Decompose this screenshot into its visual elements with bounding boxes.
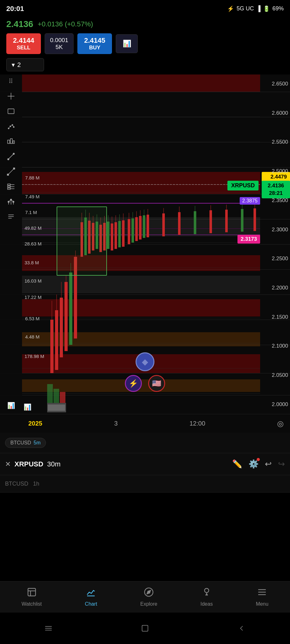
price-level-12: 2.0000 (262, 401, 288, 408)
tradingview-logo-button[interactable]: 📊 (116, 34, 138, 53)
ideas-icon (202, 587, 212, 599)
svg-rect-62 (60, 298, 63, 357)
active-timeframe-text: 30m (47, 460, 61, 468)
undo-button[interactable]: ↩ (265, 459, 272, 469)
battery-icon: 🔋 (263, 5, 270, 12)
vol-label-11: 178.98 M (25, 354, 44, 359)
svg-rect-55 (60, 392, 65, 403)
nav-menu-label: Menu (256, 601, 268, 607)
fibonacci-tool[interactable] (5, 181, 17, 192)
vol-label-5: 28.63 M (25, 241, 42, 246)
crosshair-tool[interactable] (5, 91, 17, 102)
price-level-7: 2.2500 (262, 256, 288, 262)
svg-rect-58 (50, 320, 53, 373)
svg-rect-56 (48, 405, 65, 411)
svg-rect-10 (8, 140, 10, 144)
fab-lightning-button[interactable]: ⚡ (125, 375, 142, 392)
watchlist-icon (27, 587, 37, 599)
vol-label-9: 6.53 M (25, 316, 40, 321)
network-label: 5G UC (237, 5, 254, 12)
nav-menu[interactable]: Menu (251, 585, 273, 609)
bottom-navigation: Watchlist Chart Explore Id (0, 581, 290, 613)
android-home-button[interactable] (136, 619, 154, 638)
flag-icon: 🇺🇸 (152, 379, 161, 388)
qty-label: 5K (55, 44, 63, 51)
svg-rect-118 (254, 208, 256, 231)
sell-button[interactable]: 2.4144 SELL (6, 33, 41, 54)
quantity-button[interactable]: 0.0001 5K (45, 33, 74, 54)
svg-line-29 (11, 200, 14, 202)
fab-main-button[interactable]: ◆ (136, 352, 154, 371)
filters-button[interactable]: ⚙️ (248, 459, 259, 469)
buy-price: 2.4145 (84, 36, 105, 45)
buy-label: BUY (89, 45, 100, 51)
price-level-11: 2.0500 (262, 372, 288, 378)
draw-tool-button[interactable]: ✏️ (232, 459, 242, 469)
android-nav-bar (0, 613, 290, 644)
line-tool[interactable] (5, 151, 17, 162)
svg-rect-20 (8, 186, 10, 187)
active-chart-row: ✕ XRPUSD 30m ✏️ ⚙️ ↩ ↪ (0, 453, 290, 475)
nav-watchlist-label: Watchlist (22, 601, 42, 607)
trading-controls: 2.4144 SELL 0.0001 5K 2.4145 BUY 📊 (0, 31, 290, 56)
badge-magenta-support: 2.3173 (237, 235, 260, 244)
status-bar: 20:01 ⚡ 5G UC ▐ 🔋 69% (0, 0, 290, 17)
vol-label-10: 4.48 M (25, 334, 40, 339)
svg-rect-17 (7, 174, 8, 175)
nav-explore[interactable]: Explore (135, 585, 162, 609)
tv-icon-tool[interactable]: 📊 (5, 400, 17, 411)
svg-line-15 (8, 154, 14, 159)
toolbar-drag-handle[interactable]: ⠿ (8, 78, 14, 85)
svg-line-28 (8, 200, 11, 202)
magenta-price: 2.3173 (241, 236, 257, 242)
current-price: 2.4136 (6, 19, 33, 29)
time-axis: 2025 3 12:00 ◎ (0, 414, 290, 433)
redo-button[interactable]: ↪ (278, 459, 285, 469)
svg-rect-102 (143, 215, 145, 238)
svg-point-125 (204, 588, 209, 592)
selection-box[interactable] (57, 206, 107, 276)
active-symbol-group: ✕ XRPUSD 30m (5, 460, 60, 468)
nav-ideas[interactable]: Ideas (195, 585, 218, 609)
svg-rect-110 (194, 211, 196, 234)
nav-chart[interactable]: Chart (80, 585, 102, 609)
svg-rect-12 (13, 141, 14, 144)
text-tool[interactable] (5, 212, 17, 222)
svg-rect-94 (128, 219, 130, 244)
close-tab-button[interactable]: ✕ (5, 460, 11, 468)
market-structure-tool[interactable] (5, 136, 17, 147)
svg-rect-92 (122, 220, 125, 247)
buy-button[interactable]: 2.4145 BUY (77, 33, 112, 54)
target-icon[interactable]: ◎ (277, 419, 284, 428)
fab-flag-button[interactable]: 🇺🇸 (148, 375, 165, 392)
tab-btcusd-5m[interactable]: BTCUSD 5m (5, 438, 46, 448)
nav-explore-label: Explore (140, 601, 157, 607)
price-level-3: 2.5500 (262, 139, 288, 145)
price-level-4: 2.5000 (262, 168, 288, 174)
svg-rect-112 (209, 210, 212, 233)
trend-line-tool[interactable] (5, 166, 17, 177)
nav-watchlist[interactable]: Watchlist (17, 585, 47, 609)
leverage-value: 2 (17, 61, 21, 69)
svg-rect-116 (241, 209, 243, 232)
rectangle-tool[interactable] (5, 106, 17, 117)
svg-rect-88 (114, 222, 117, 249)
svg-rect-21 (8, 188, 10, 189)
svg-rect-104 (147, 215, 149, 237)
indicators-tool[interactable] (5, 196, 17, 207)
android-back-button[interactable] (232, 619, 251, 638)
svg-marker-124 (147, 590, 150, 594)
svg-rect-60 (55, 310, 58, 370)
chart-action-icons: ✏️ ⚙️ ↩ ↪ (232, 459, 285, 469)
status-icons: ⚡ 5G UC ▐ 🔋 69% (227, 5, 284, 12)
leverage-button[interactable]: ▾ 2 (6, 58, 44, 71)
android-menu-button[interactable] (39, 619, 58, 638)
svg-rect-2 (8, 109, 14, 113)
day-label: 3 (114, 420, 118, 427)
leverage-row: ▾ 2 (0, 56, 290, 74)
svg-rect-54 (53, 389, 59, 403)
lightning-icon: ⚡ (129, 379, 138, 388)
price-change: +0.0136 (+0.57%) (38, 20, 93, 28)
scatter-tool[interactable] (5, 121, 17, 132)
tab-tf-1: 5m (34, 440, 41, 446)
